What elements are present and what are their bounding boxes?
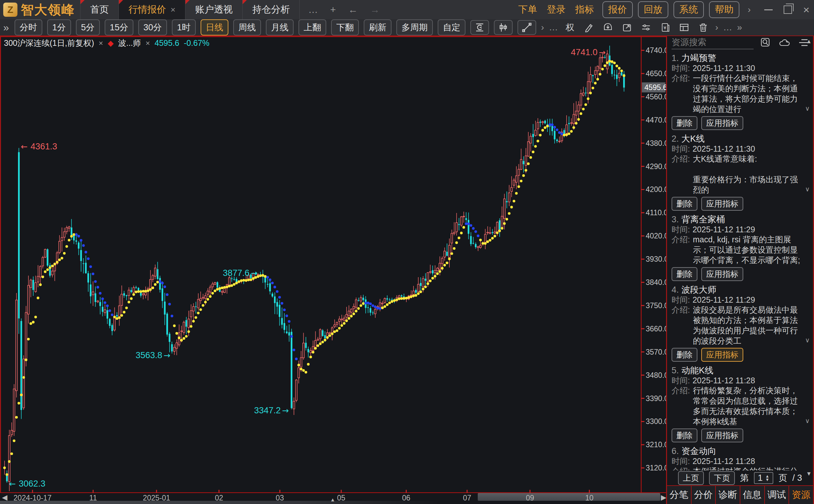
resource-item-title: 5.动能K线 [672,365,805,376]
toolbar-collapse-icon[interactable]: » [737,22,742,33]
nav-forward-icon[interactable]: → [370,4,380,15]
settings-sliders-icon[interactable] [639,21,653,34]
page-word: 页 [778,472,787,484]
bottom-tab-信息[interactable]: 信息 [740,486,765,504]
svg-text:¥: ¥ [664,25,667,30]
svg-text:→: → [163,351,170,360]
apply-indicator-button[interactable]: 应用指标 [701,197,743,211]
apply-indicator-button[interactable]: 应用指标 [701,116,743,130]
next-page-button[interactable]: 下页 [709,471,735,485]
period-button-日线[interactable]: 日线 [200,19,229,35]
titlebar-link-指标[interactable]: 指标 [575,3,594,16]
tab-corner-flag [243,0,247,4]
time-label: 时间: [672,225,690,234]
period-button-1分[interactable]: 1分 [47,19,71,35]
rights-adjust-icon[interactable]: 权 [563,21,577,34]
toolbar-chevron-icon[interactable]: › [541,22,544,33]
page-spinner[interactable]: ▲ ▼ [765,474,769,481]
resource-item-buttons: 删除应用指标 [672,197,805,210]
period-button-30分[interactable]: 30分 [138,19,167,35]
toolbar-more2-icon[interactable]: … [723,22,732,33]
tab-账户透视[interactable]: 账户透视 [185,0,242,19]
export-icon[interactable] [620,21,634,34]
toolbar-more-icon[interactable]: … [549,22,558,33]
zoom-doc-icon[interactable] [759,37,772,48]
truncate-chevron-icon[interactable]: ∨ [805,335,810,345]
toolbar-chevron2-icon[interactable]: › [715,22,718,33]
delete-button[interactable]: 删除 [672,267,697,281]
bottom-tab-分笔[interactable]: 分笔 [667,486,692,504]
period-button-月线[interactable]: 月线 [266,19,294,35]
tab-overflow-icon[interactable]: … [308,4,318,15]
more-chevron-icon[interactable]: › [748,5,751,15]
prev-page-button[interactable]: 上页 [678,471,704,485]
period-button-下翻[interactable]: 下翻 [331,19,359,35]
tab-close-icon[interactable]: × [170,5,175,15]
period-button-上翻[interactable]: 上翻 [299,19,326,35]
order-ticket-icon[interactable]: ¥ [658,21,672,34]
expand-panel-icon[interactable]: ▲ [330,497,335,503]
svg-text:4595.6: 4595.6 [645,83,666,92]
minimize-icon[interactable] [764,9,773,10]
maximize-icon[interactable] [784,5,792,14]
titlebar-button-系统[interactable]: 系统 [674,1,704,18]
period-button-15分[interactable]: 15分 [105,19,133,35]
download-icon[interactable] [601,21,615,34]
bottom-tab-诊断[interactable]: 诊断 [716,486,740,504]
apply-indicator-button[interactable]: 应用指标 [701,267,743,281]
tab-持仓分析[interactable]: 持仓分析 [242,0,300,19]
trash-icon[interactable] [696,21,710,34]
spin-down-icon[interactable]: ▼ [765,478,769,481]
candlestick-chart[interactable]: 4740.04650.04560.04470.04380.04290.04200… [0,36,666,493]
indicator-close-icon[interactable]: × [146,39,150,48]
truncate-chevron-icon[interactable]: ∨ [805,103,810,114]
tab-行情报价[interactable]: 行情报价× [118,0,185,19]
titlebar-button-帮助[interactable]: 帮助 [709,1,739,18]
h-scrollbar-thumb[interactable] [478,493,660,501]
apply-indicator-button[interactable]: 应用指标 [701,428,743,442]
delete-button[interactable]: 删除 [672,197,697,211]
period-button-分时[interactable]: 分时 [15,19,42,35]
scroll-down-icon[interactable]: ▼ [806,470,812,477]
resource-search-input[interactable]: 资源搜索 [672,36,754,49]
titlebar-button-报价[interactable]: 报价 [602,1,633,18]
bottom-tab-资源[interactable]: 资源 [789,486,813,504]
cloud-icon[interactable] [778,37,791,48]
resource-item-title: 1.力竭预警 [672,53,805,64]
pencil-icon[interactable] [582,21,596,34]
svg-text:3062.3: 3062.3 [19,479,46,489]
tab-首页[interactable]: 首页 [80,0,118,19]
chart-panel[interactable]: 300沪深连续(1日,前复权) × ◆ 波...师 × 4595.6 -0.67… [0,36,666,504]
add-tab-icon[interactable]: + [330,4,336,15]
period-button-刷新[interactable]: 刷新 [364,19,392,35]
period-button-1时[interactable]: 1时 [172,19,196,35]
page-number-input[interactable]: 1 ▲ ▼ [754,472,773,484]
resource-item-title: 6.资金动向 [672,446,805,457]
delete-button[interactable]: 删除 [672,348,697,362]
nav-back-icon[interactable]: ← [348,4,358,15]
close-icon[interactable]: × [803,4,809,15]
truncate-chevron-icon[interactable]: ∨ [805,184,810,194]
candle-tool-icon[interactable] [494,20,513,35]
period-button-周线[interactable]: 周线 [233,19,261,35]
bottom-tab-分价[interactable]: 分价 [692,486,716,504]
delete-button[interactable]: 删除 [672,116,697,130]
period-button-多周期[interactable]: 多周期 [396,19,433,35]
apply-indicator-button[interactable]: 应用指标 [701,348,743,362]
period-button-自定[interactable]: 自定 [438,19,465,35]
bottom-tab-调试[interactable]: 调试 [765,486,789,504]
titlebar-link-下单[interactable]: 下单 [518,3,537,16]
scroll-up-icon[interactable]: ▲ [806,38,812,45]
symbol-close-icon[interactable]: × [98,39,103,48]
layout-panel-icon[interactable] [677,21,691,34]
resource-item-intro: 介绍:本例通过对资金的行为进行分类，形成其流转的动向，供使用者分类分析走势 [672,466,805,470]
toolbar-expand-icon[interactable]: » [3,22,9,34]
delete-button[interactable]: 删除 [672,428,697,442]
titlebar-button-回放[interactable]: 回放 [638,1,668,18]
gann-tool-icon[interactable] [470,20,489,35]
line-tool-icon[interactable] [517,20,536,35]
time-value: 2025-11-12 11:28 [693,376,755,385]
titlebar-link-登录[interactable]: 登录 [547,3,565,16]
truncate-chevron-icon[interactable]: ∨ [805,416,810,426]
period-button-5分[interactable]: 5分 [76,19,100,35]
